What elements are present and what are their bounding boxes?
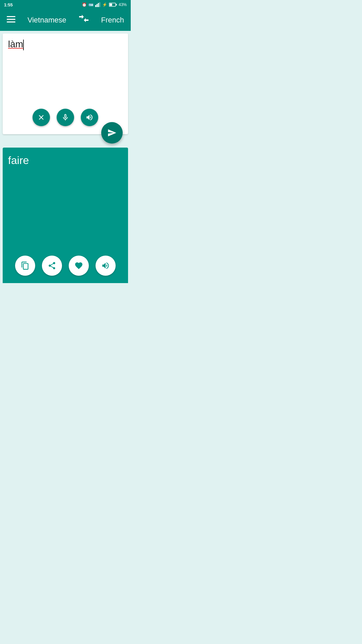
copy-button[interactable] — [15, 256, 35, 276]
translation-controls — [8, 253, 123, 278]
status-time: 1:55 — [4, 2, 13, 7]
heart-icon — [74, 261, 83, 270]
translate-button[interactable] — [101, 122, 123, 144]
mic-icon — [61, 113, 69, 121]
text-cursor — [23, 40, 24, 50]
svg-rect-7 — [7, 16, 15, 17]
content-wrapper: làm — [0, 34, 131, 283]
volume-icon — [85, 113, 94, 121]
speak-translation-button[interactable] — [96, 256, 116, 276]
svg-rect-1 — [97, 4, 98, 7]
svg-rect-5 — [116, 4, 117, 6]
clear-button[interactable] — [33, 109, 50, 126]
target-language-label[interactable]: French — [101, 16, 124, 24]
send-icon — [107, 128, 117, 138]
signal-icon — [95, 2, 101, 7]
svg-rect-6 — [109, 4, 112, 6]
volume-output-icon — [101, 261, 110, 270]
charging-icon: ⚡ — [102, 2, 107, 7]
svg-rect-2 — [98, 3, 99, 7]
input-area: làm — [3, 34, 128, 134]
translated-text: faire — [8, 154, 123, 253]
battery-percent: 43% — [119, 2, 127, 7]
svg-rect-0 — [95, 5, 96, 7]
svg-rect-8 — [7, 19, 15, 20]
top-bar: Vietnamese French — [0, 9, 131, 31]
menu-button[interactable] — [7, 16, 15, 24]
microphone-button[interactable] — [57, 109, 74, 126]
source-language-label[interactable]: Vietnamese — [27, 16, 66, 24]
battery-icon — [109, 3, 117, 7]
share-icon — [48, 261, 56, 270]
translation-area: faire — [3, 148, 128, 283]
input-text-display[interactable]: làm — [8, 39, 123, 106]
swap-languages-button[interactable] — [78, 15, 89, 25]
favorite-button[interactable] — [69, 256, 89, 276]
close-icon — [37, 113, 45, 121]
input-text-underlined: làm — [8, 39, 23, 49]
status-bar: 1:55 ⏰ 🪪 ⚡ 43% — [0, 0, 131, 9]
sim-icon: 🪪 — [88, 2, 94, 7]
copy-icon — [21, 261, 29, 270]
speak-input-button[interactable] — [81, 109, 98, 126]
svg-rect-9 — [7, 21, 15, 22]
alarm-icon: ⏰ — [82, 2, 87, 7]
status-icons: ⏰ 🪪 ⚡ 43% — [82, 2, 127, 7]
share-button[interactable] — [42, 256, 62, 276]
svg-rect-3 — [99, 2, 100, 7]
